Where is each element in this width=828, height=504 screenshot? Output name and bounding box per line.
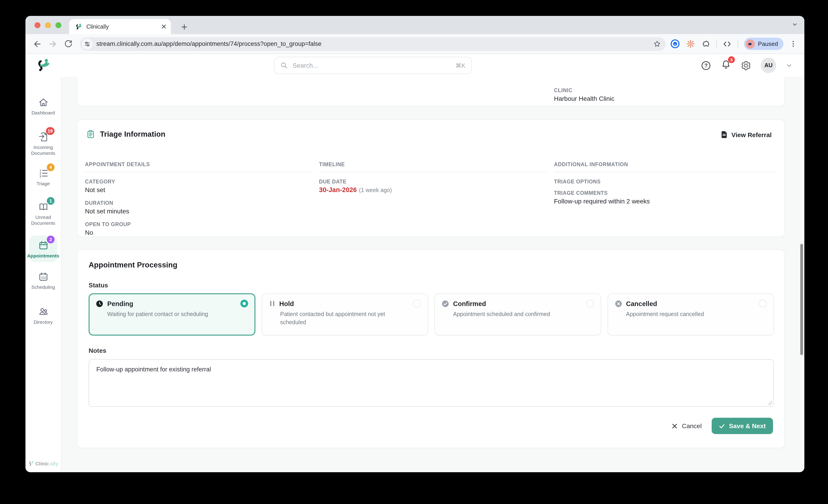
favicon-clinically-icon bbox=[75, 23, 82, 30]
vertical-scrollbar-thumb[interactable] bbox=[800, 244, 803, 355]
sidebar-item-incoming-documents[interactable]: 19 Incoming Documents bbox=[27, 131, 59, 156]
status-option-cancelled[interactable]: Cancelled Appointment request cancelled bbox=[607, 293, 774, 335]
calendar-icon bbox=[38, 240, 48, 250]
avatar[interactable]: AU bbox=[761, 58, 776, 73]
status-name: Pending bbox=[107, 300, 133, 307]
view-referral-label: View Referral bbox=[732, 131, 772, 138]
starburst-extension-icon[interactable] bbox=[686, 39, 695, 49]
screen: Clinically bbox=[0, 0, 828, 504]
sidebar-item-label: Incoming Documents bbox=[27, 144, 59, 156]
sidebar-item-dashboard[interactable]: Dashboard bbox=[27, 97, 59, 116]
sidebar-item-scheduling[interactable]: Scheduling bbox=[27, 271, 59, 290]
sidebar-item-directory[interactable]: Directory bbox=[27, 306, 59, 325]
check-circle-icon bbox=[442, 300, 449, 307]
devtools-code-icon[interactable] bbox=[722, 39, 732, 48]
clock-icon bbox=[96, 300, 103, 307]
status-radio[interactable] bbox=[413, 300, 421, 307]
status-name: Confirmed bbox=[453, 300, 486, 307]
paused-extension-badge[interactable]: Paused bbox=[744, 38, 783, 50]
cancel-button[interactable]: Cancel bbox=[666, 418, 708, 433]
timeline-column: TIMELINE DUE DATE 30-Jan-2026(1 week ago… bbox=[319, 162, 546, 193]
status-option-pending[interactable]: Pending Waiting for patient contact or s… bbox=[89, 293, 255, 335]
save-next-button[interactable]: Save & Next bbox=[712, 418, 773, 434]
nav-badge: 19 bbox=[46, 127, 54, 135]
field-value: Not set minutes bbox=[85, 208, 312, 215]
notifications-button[interactable]: 3 bbox=[721, 59, 731, 72]
back-button[interactable] bbox=[31, 38, 44, 50]
arrow-left-icon bbox=[33, 39, 42, 48]
brand-text-ally: ally bbox=[50, 461, 58, 466]
forward-button[interactable] bbox=[46, 38, 59, 50]
extensions-puzzle-icon[interactable] bbox=[701, 39, 710, 48]
nav-badge: 4 bbox=[47, 164, 54, 171]
brand-text-clinic: Clinic bbox=[35, 461, 49, 466]
reload-button[interactable] bbox=[62, 38, 75, 50]
svg-text:?: ? bbox=[704, 62, 708, 68]
search-input[interactable] bbox=[292, 61, 456, 70]
notification-count-badge: 3 bbox=[728, 56, 735, 63]
browser-toolbar: stream.clinically.com.au/app/demo/appoin… bbox=[26, 34, 804, 54]
app-content: Dashboard 19 Incoming Documents bbox=[26, 77, 804, 472]
appointment-processing-card: Appointment Processing Status Pending W bbox=[77, 249, 785, 448]
address-bar[interactable]: stream.clinically.com.au/app/demo/appoin… bbox=[80, 37, 666, 51]
tab-close-icon[interactable] bbox=[161, 24, 166, 29]
due-date-value: 30-Jan-2026(1 week ago) bbox=[319, 186, 546, 193]
triage-card-title: Triage Information bbox=[100, 130, 165, 138]
field-label: TRIAGE COMMENTS bbox=[554, 190, 777, 196]
status-option-confirmed[interactable]: Confirmed Appointment scheduled and conf… bbox=[434, 293, 601, 335]
nav-badge: 2 bbox=[47, 236, 54, 243]
reload-icon bbox=[64, 40, 73, 48]
new-tab-button[interactable] bbox=[178, 21, 190, 33]
numbered-list-icon: 1 2 3 bbox=[38, 168, 48, 178]
clinically-logo[interactable] bbox=[35, 58, 51, 75]
sidebar-item-label: Appointments bbox=[27, 253, 59, 259]
url-text[interactable]: stream.clinically.com.au/app/demo/appoin… bbox=[96, 40, 653, 47]
window-controls bbox=[35, 22, 61, 28]
open-book-icon bbox=[38, 201, 48, 212]
global-search[interactable]: ⌘K bbox=[274, 57, 472, 74]
browser-tab[interactable]: Clinically bbox=[69, 19, 171, 34]
status-radio[interactable] bbox=[240, 300, 248, 307]
sidebar-item-appointments[interactable]: 2 Appointments bbox=[29, 236, 57, 262]
status-description: Waiting for patient contact or schedulin… bbox=[96, 311, 237, 319]
password-manager-extension-icon[interactable] bbox=[670, 39, 680, 49]
toolbar-right: Paused bbox=[670, 38, 799, 50]
header-actions: ? 3 AU bbox=[701, 54, 793, 77]
minimize-window-button[interactable] bbox=[45, 22, 51, 28]
browser-window: Clinically bbox=[26, 16, 804, 472]
arrow-right-icon bbox=[48, 39, 57, 48]
field-label: TRIAGE OPTIONS bbox=[554, 179, 777, 184]
browser-menu-icon[interactable] bbox=[789, 40, 797, 48]
notes-field-wrap: Follow-up appointment for existing refer… bbox=[89, 359, 774, 407]
site-settings-button[interactable] bbox=[82, 38, 93, 49]
clinic-label: CLINIC bbox=[554, 88, 614, 93]
sidebar-item-unread-documents[interactable]: 1 Unread Documents bbox=[27, 201, 59, 226]
status-options: Pending Waiting for patient contact or s… bbox=[89, 293, 774, 335]
resize-handle[interactable] bbox=[768, 401, 772, 405]
view-referral-button[interactable]: View Referral bbox=[718, 129, 774, 140]
toolbar-divider bbox=[738, 39, 738, 48]
field-label: DUE DATE bbox=[319, 179, 546, 184]
help-icon[interactable]: ? bbox=[701, 60, 711, 71]
status-radio[interactable] bbox=[759, 300, 767, 307]
sidebar-item-triage[interactable]: 1 2 3 4 Triage bbox=[27, 168, 59, 187]
due-date-relative: (1 week ago) bbox=[359, 187, 392, 193]
account-chevron-down-icon[interactable] bbox=[786, 62, 793, 69]
additional-information-column: ADDITIONAL INFORMATION TRIAGE OPTIONS TR… bbox=[554, 162, 777, 205]
site-controls-icon bbox=[84, 41, 90, 47]
people-icon bbox=[38, 306, 48, 317]
document-icon bbox=[720, 131, 727, 138]
triage-information-card: Triage Information View Referral APPOINT… bbox=[77, 120, 785, 237]
status-name: Hold bbox=[279, 300, 294, 307]
status-option-hold[interactable]: Hold Patient contacted but appointment n… bbox=[261, 293, 428, 335]
toolbar-divider bbox=[716, 39, 717, 48]
status-radio[interactable] bbox=[586, 300, 594, 307]
tab-search-button[interactable] bbox=[792, 21, 798, 30]
zoom-window-button[interactable] bbox=[55, 22, 61, 28]
bookmark-star-icon[interactable] bbox=[653, 40, 661, 48]
settings-gear-icon[interactable] bbox=[741, 60, 751, 71]
clinically-footer-logo-icon bbox=[28, 460, 35, 467]
notes-textarea[interactable]: Follow-up appointment for existing refer… bbox=[89, 359, 774, 407]
close-window-button[interactable] bbox=[35, 22, 40, 28]
field-value: Not set bbox=[85, 186, 312, 193]
